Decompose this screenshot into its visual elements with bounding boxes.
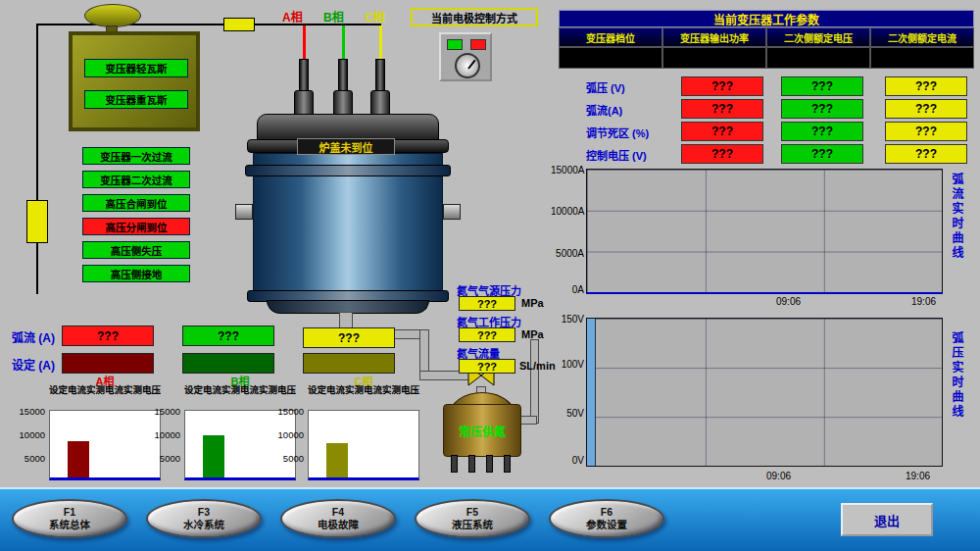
lamp-transformer-heavy-gas: 变压器重瓦斯 (84, 90, 188, 109)
ytick: 15000 (147, 406, 180, 417)
col-set-current: 设定电流 (184, 385, 221, 396)
arc-current-label: 弧流 (A) (12, 328, 55, 345)
nav-button-f1-system-overview[interactable]: F1 系统总体 (12, 499, 127, 538)
electrode-mode-label: 当前电极控制方式 (411, 8, 538, 26)
mode-control-panel (439, 32, 492, 81)
auto-mode-indicator[interactable] (447, 39, 463, 50)
ytick: 10000 (12, 429, 45, 440)
params-table-title: 当前变压器工作参数 (559, 10, 974, 27)
furnace-lid (257, 114, 439, 141)
lamp-hv-side-ground: 高压侧接地 (82, 265, 190, 282)
control-dial[interactable] (455, 53, 480, 78)
ytick: 0V (551, 455, 584, 466)
electrode-a-rod (299, 59, 309, 92)
phase-c-panel: C相 设定电流 实测电流 实测电压 15000 10000 5000 (270, 373, 419, 484)
arc-voltage-plot-area (586, 318, 943, 467)
col-meas-voltage: 实测电压 (382, 385, 419, 396)
arc-voltage-b: ??? (781, 76, 863, 96)
exit-button[interactable]: 退出 (841, 503, 933, 536)
phase-b-label: B相 (323, 8, 344, 25)
arc-current-c-value: ??? (303, 327, 395, 348)
col-meas-current: 实测电流 (221, 385, 259, 396)
arc-voltage-trend: 150V 100V 50V 0V 09:06 19:06 弧压实时曲线 (559, 314, 974, 486)
arc-current-trend: 15000A 10000A 5000A 0A 09:06 19:06 弧流实时曲… (559, 165, 974, 312)
phase-a-label: A相 (282, 8, 303, 25)
arc-current-c: ??? (885, 99, 967, 119)
vessel-leg (486, 455, 493, 473)
arc-current-row-label: 弧流(A) (586, 102, 622, 118)
col-set-current: 设定电流 (49, 385, 86, 396)
ytick: 5000 (270, 453, 304, 464)
f4-label: 电极故障 (318, 519, 359, 531)
hmi-furnace-screen: 变压器轻瓦斯 变压器重瓦斯 变压器一次过流 变压器二次过流 高压合闸到位 高压分… (0, 0, 980, 551)
lamp-hv-open-position: 高压分闸到位 (82, 218, 190, 235)
arc-setpoint-a-field[interactable] (62, 353, 154, 374)
ytick: 50V (551, 408, 584, 419)
lamp-transformer-light-gas: 变压器轻瓦斯 (84, 59, 188, 77)
col-tap-position: 变压器档位 (559, 27, 662, 47)
vessel-leg (468, 455, 475, 473)
hv-feeder-line (36, 24, 38, 294)
ytick: 5000 (147, 453, 180, 464)
arc-setpoint-label: 设定 (A) (12, 356, 55, 373)
phase-a-bar (68, 441, 89, 477)
f3-key: F3 (198, 506, 210, 519)
plot-scroll-strip[interactable] (587, 319, 596, 466)
n2-work-pressure-unit: MPa (521, 328, 544, 340)
electrode-c-rod (375, 59, 385, 92)
ytick: 100V (551, 359, 584, 370)
arc-voltage-row-label: 弧压 (V) (586, 79, 625, 95)
disconnect-switch-symbol (223, 18, 255, 31)
nitrogen-vessel: 常压供氮 (443, 404, 521, 457)
rated-current-value (870, 47, 974, 69)
n2-flow-value: ??? (459, 359, 515, 374)
nav-button-f6-settings[interactable]: F6 参数设置 (549, 499, 664, 538)
transformer-conservator (84, 4, 141, 27)
params-table-header-row: 变压器档位 变压器输出功率 二次侧额定电压 二次侧额定电流 (559, 27, 974, 47)
bottom-nav-bar: F1 系统总体 F3 水冷系统 F4 电极故障 F5 液压系统 F6 参数设置 (0, 487, 980, 551)
furnace-upper-ring (245, 165, 451, 176)
manual-mode-indicator[interactable] (470, 39, 486, 50)
xtick: 09:06 (766, 471, 791, 481)
ytick: 5000 (12, 453, 45, 464)
tap-position-value (559, 47, 662, 69)
phase-c-bar (326, 443, 348, 477)
pipe-vertical-2 (530, 339, 539, 424)
rated-voltage-value (766, 47, 870, 69)
arc-setpoint-b-field[interactable] (182, 353, 274, 374)
f4-key: F4 (332, 506, 344, 519)
control-voltage-row-label: 控制电压 (V) (586, 147, 647, 163)
arc-voltage-a: ??? (681, 76, 763, 96)
ytick: 15000 (270, 406, 304, 417)
nav-button-f5-hydraulic[interactable]: F5 液压系统 (415, 499, 530, 538)
deadband-row-label: 调节死区 (%) (586, 125, 649, 140)
vessel-leg (451, 455, 458, 473)
phase-c-bar-chart (308, 410, 419, 480)
f1-label: 系统总体 (49, 519, 90, 531)
ytick: 0A (551, 284, 584, 295)
col-meas-current: 实测电流 (86, 385, 123, 396)
lamp-hv-close-position: 高压合闸到位 (82, 194, 190, 212)
deadband-a: ??? (681, 122, 763, 141)
col-set-current: 设定电流 (308, 385, 345, 396)
nav-button-f4-electrode-fault[interactable]: F4 电极故障 (280, 499, 396, 538)
arc-setpoint-c-field[interactable] (303, 353, 395, 374)
col-rated-voltage: 二次侧额定电压 (766, 27, 870, 47)
ytick: 10000A (551, 206, 584, 217)
f5-label: 液压系统 (452, 519, 493, 531)
phase-a-panel: A相 设定电流 实测电流 实测电压 15000 10000 5000 (12, 373, 161, 484)
ytick: 10000 (270, 429, 304, 440)
deadband-b: ??? (781, 122, 863, 141)
deadband-c: ??? (885, 122, 967, 141)
transformer-body (69, 31, 200, 131)
phase-b-bar (203, 435, 224, 477)
col-output-power: 变压器输出功率 (662, 27, 766, 47)
output-power-value (662, 47, 766, 69)
control-voltage-a: ??? (681, 144, 763, 164)
phase-c-headers: 设定电流 实测电流 实测电压 (308, 385, 419, 396)
xtick: 19:06 (911, 296, 936, 307)
arc-current-plot-area (586, 169, 943, 294)
nav-button-f3-water-cooling[interactable]: F3 水冷系统 (146, 499, 262, 538)
control-voltage-c: ??? (885, 144, 967, 164)
col-rated-current: 二次侧额定电流 (870, 27, 974, 47)
